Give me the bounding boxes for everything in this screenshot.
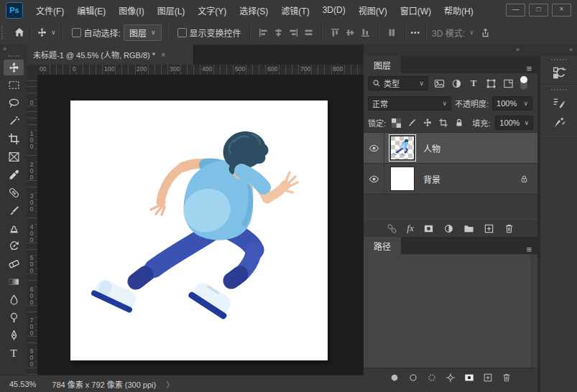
eyedropper-tool[interactable] — [4, 167, 24, 182]
strip-grip[interactable] — [551, 59, 567, 60]
show-transform-checkbox[interactable] — [177, 28, 187, 37]
vertical-ruler[interactable]: 0100200300400500600700800 — [27, 75, 38, 375]
lock-transparency-icon[interactable] — [391, 117, 402, 129]
opacity-dropdown[interactable]: 100% ∨ — [492, 96, 532, 111]
new-layer-icon[interactable] — [484, 223, 494, 234]
type-tool[interactable]: T — [4, 345, 24, 361]
brush-tool[interactable] — [4, 202, 24, 218]
crop-tool[interactable] — [4, 131, 24, 147]
layer-row-background[interactable]: 背景 — [364, 164, 537, 195]
magic-wand-tool[interactable] — [4, 113, 24, 129]
fill-dropdown[interactable]: 100% ∨ — [495, 116, 533, 130]
layer-thumbnail[interactable] — [390, 136, 415, 160]
tab-paths[interactable]: 路径 — [364, 237, 401, 254]
canvas[interactable] — [70, 101, 328, 360]
expand-strip-icon[interactable]: « — [569, 46, 573, 53]
blend-mode-dropdown[interactable]: 正常 ∨ — [368, 96, 451, 111]
filter-shape-layers-icon[interactable] — [484, 77, 497, 90]
lasso-tool[interactable] — [4, 95, 24, 111]
close-button[interactable]: × — [552, 4, 571, 17]
layer-row-figure[interactable]: 人物 — [364, 133, 537, 164]
adjustment-layer-icon[interactable] — [443, 223, 454, 234]
menu-3d[interactable]: 3D(D) — [323, 5, 346, 15]
align-center-h-icon[interactable] — [274, 28, 283, 37]
delete-layer-icon[interactable] — [504, 223, 514, 234]
layer-thumbnail[interactable] — [390, 167, 415, 191]
status-chevron-icon[interactable]: 〉 — [166, 378, 174, 390]
brushes-panel-icon[interactable] — [548, 113, 570, 132]
path-as-selection-icon[interactable] — [427, 373, 437, 383]
lock-artboard-icon[interactable] — [438, 117, 449, 129]
clone-stamp-tool[interactable] — [4, 220, 24, 236]
collapse-panels-icon[interactable]: » — [516, 46, 520, 53]
mode-3d-chevron-icon[interactable]: ∨ — [469, 29, 474, 36]
align-right-icon[interactable] — [289, 28, 298, 37]
options-grip[interactable] — [1, 25, 5, 39]
add-mask-icon[interactable] — [423, 223, 434, 234]
layers-menu-icon[interactable]: ≡ — [526, 64, 532, 73]
filter-smart-objects-icon[interactable] — [502, 77, 514, 90]
toolbar-collapse-icon[interactable]: » — [0, 45, 27, 54]
ruler-corner[interactable] — [27, 65, 38, 75]
zoom-level-field[interactable]: 45.53% — [9, 380, 36, 388]
delete-path-icon[interactable] — [502, 373, 512, 383]
filter-pixel-layers-icon[interactable] — [433, 77, 446, 90]
layer-name[interactable]: 人物 — [423, 142, 440, 154]
lock-pixels-icon[interactable] — [407, 117, 417, 129]
history-brush-tool[interactable] — [4, 238, 24, 254]
eraser-tool[interactable] — [4, 256, 24, 272]
menu-layer[interactable]: 图层(L) — [157, 4, 185, 17]
visibility-toggle[interactable] — [364, 164, 384, 194]
share-icon[interactable] — [480, 27, 491, 38]
move-tool[interactable] — [4, 60, 24, 75]
auto-select-dropdown[interactable]: 图层 ∨ — [124, 24, 162, 41]
layer-filter-dropdown[interactable]: 类型 ∨ — [368, 76, 428, 90]
new-group-icon[interactable] — [463, 223, 474, 234]
pen-tool[interactable] — [4, 327, 24, 343]
tab-close-icon[interactable]: × — [161, 50, 165, 59]
menu-filter[interactable]: 滤镜(T) — [281, 4, 309, 17]
maximize-button[interactable]: □ — [529, 4, 548, 17]
lock-all-icon[interactable] — [453, 117, 464, 129]
tool-preset-chevron-icon[interactable]: ∨ — [51, 29, 56, 36]
paths-menu-icon[interactable]: ≡ — [526, 245, 532, 254]
brush-settings-panel-icon[interactable] — [548, 93, 570, 112]
filter-toggle-switch[interactable] — [520, 77, 527, 90]
rectangular-marquee-tool[interactable] — [4, 78, 24, 93]
align-top-icon[interactable] — [331, 28, 340, 37]
gradient-tool[interactable] — [4, 274, 24, 290]
lock-position-icon[interactable] — [423, 117, 433, 129]
align-bottom-icon[interactable] — [361, 28, 370, 37]
fill-path-icon[interactable] — [389, 373, 400, 383]
visibility-toggle[interactable] — [364, 133, 384, 163]
menu-window[interactable]: 窗口(W) — [400, 4, 431, 17]
toolbar-grip[interactable] — [8, 55, 19, 57]
filter-type-layers-icon[interactable]: T — [467, 77, 480, 90]
menu-view[interactable]: 视图(V) — [359, 4, 387, 17]
more-options-button[interactable]: ••• — [411, 29, 421, 37]
history-panel-icon[interactable] — [548, 63, 570, 82]
align-middle-v-icon[interactable] — [346, 28, 355, 37]
auto-select-checkbox[interactable] — [72, 28, 81, 37]
selection-as-path-icon[interactable] — [446, 373, 456, 383]
menu-help[interactable]: 帮助(H) — [444, 4, 474, 17]
horizontal-ruler[interactable]: 000100200300400500600700800 — [37, 65, 364, 75]
document-tab[interactable]: 未标题-1 @ 45.5% (人物, RGB/8) * × — [27, 45, 194, 65]
ps-logo[interactable]: Ps — [6, 2, 23, 19]
strip-grip[interactable] — [551, 89, 567, 90]
tab-layers[interactable]: 图层 — [364, 56, 401, 73]
home-icon[interactable] — [14, 27, 25, 38]
dodge-tool[interactable] — [4, 309, 24, 325]
menu-image[interactable]: 图像(I) — [119, 4, 144, 17]
blur-tool[interactable] — [4, 291, 24, 307]
minimize-button[interactable]: — — [506, 4, 525, 17]
add-mask-from-path-icon[interactable] — [464, 373, 474, 383]
menu-type[interactable]: 文字(Y) — [198, 4, 226, 17]
filter-adjustment-layers-icon[interactable] — [450, 77, 463, 90]
align-left-icon[interactable] — [259, 28, 268, 37]
spot-healing-tool[interactable] — [4, 185, 24, 200]
move-tool-preset-icon[interactable] — [37, 27, 47, 38]
new-path-icon[interactable] — [483, 373, 493, 383]
menu-file[interactable]: 文件(F) — [36, 4, 64, 17]
menu-select[interactable]: 选择(S) — [239, 4, 268, 17]
